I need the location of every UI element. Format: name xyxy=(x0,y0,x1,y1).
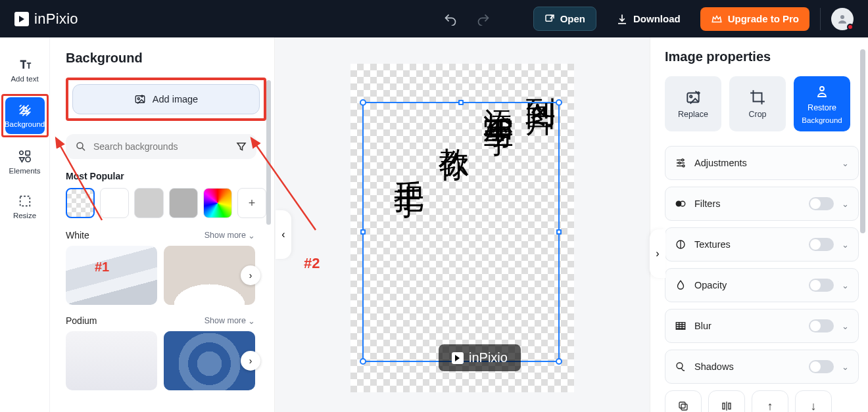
selection-handle[interactable] xyxy=(458,100,464,105)
download-icon xyxy=(616,13,628,25)
add-image-label: Add image xyxy=(153,94,198,104)
props-collapse-button[interactable]: › xyxy=(650,229,665,278)
flip-button[interactable] xyxy=(708,390,745,412)
upgrade-button[interactable]: Upgrade to Pro xyxy=(700,7,809,31)
canvas-board[interactable]: 到图片 添加手写字 教你 手把手 inPixio xyxy=(350,64,574,392)
opacity-row[interactable]: Opacity ⌄ xyxy=(665,268,859,302)
category-podium-label: Podium xyxy=(66,315,97,326)
opacity-toggle[interactable] xyxy=(809,279,834,292)
search-backgrounds[interactable] xyxy=(66,134,256,159)
svg-point-11 xyxy=(820,87,824,91)
annotation-box-add-image: Add image xyxy=(66,78,266,121)
textures-toggle[interactable] xyxy=(809,238,834,251)
shadows-row[interactable]: Shadows ⌄ xyxy=(665,350,859,384)
upgrade-label: Upgrade to Pro xyxy=(728,13,799,24)
svg-point-14 xyxy=(683,165,685,167)
rail-label: Background xyxy=(5,120,45,128)
search-input[interactable] xyxy=(93,141,229,152)
selection-handle[interactable] xyxy=(360,358,366,365)
account-avatar[interactable] xyxy=(831,8,854,30)
blur-row[interactable]: Blur ⌄ xyxy=(665,309,859,343)
open-button[interactable]: Open xyxy=(533,7,596,31)
crop-button[interactable]: Crop xyxy=(729,76,786,131)
rail-elements[interactable]: Elements xyxy=(4,141,46,182)
adjustments-row[interactable]: Adjustments ⌄ xyxy=(665,146,859,180)
selection-handle[interactable] xyxy=(556,229,562,235)
textures-row[interactable]: Textures ⌄ xyxy=(665,227,859,262)
svg-rect-5 xyxy=(20,196,30,206)
swatch-white[interactable] xyxy=(100,188,129,218)
rail-label: Resize xyxy=(13,212,36,219)
shadows-toggle[interactable] xyxy=(809,360,834,373)
restore-background-button[interactable]: Restore Background xyxy=(794,76,850,131)
copy-button[interactable] xyxy=(665,390,702,412)
show-more-white[interactable]: Show more⌄ xyxy=(205,231,255,240)
app-name: inPixio xyxy=(34,11,78,28)
restore-label-2: Background xyxy=(802,116,842,124)
selection-handle[interactable] xyxy=(556,358,562,365)
svg-point-7 xyxy=(137,98,139,100)
swatch-gray[interactable] xyxy=(169,188,198,218)
thumb-podium-next[interactable]: › xyxy=(241,351,260,371)
svg-point-13 xyxy=(679,162,681,164)
filters-row[interactable]: Filters ⌄ xyxy=(665,187,859,221)
app-logo[interactable]: inPixio xyxy=(14,11,78,28)
canvas-area[interactable]: 到图片 添加手写字 教你 手把手 inPixio xyxy=(275,37,650,412)
download-button[interactable]: Download xyxy=(606,7,691,31)
filters-label: Filters xyxy=(694,198,720,209)
play-icon xyxy=(14,12,29,26)
props-scrollbar[interactable] xyxy=(860,49,865,233)
replace-button[interactable]: Replace xyxy=(665,76,721,131)
undo-button[interactable] xyxy=(439,7,462,31)
filter-icon[interactable] xyxy=(235,141,247,152)
restore-label-1: Restore xyxy=(808,103,836,112)
open-label: Open xyxy=(560,13,585,24)
background-icon xyxy=(18,103,32,118)
selection-handle[interactable] xyxy=(360,99,366,106)
rail-resize[interactable]: Resize xyxy=(4,186,46,227)
thumb-podium-1[interactable] xyxy=(66,331,157,390)
canvas-selection[interactable] xyxy=(362,102,560,362)
thumb-white-1[interactable] xyxy=(66,246,157,305)
opacity-label: Opacity xyxy=(694,280,727,290)
blur-toggle[interactable] xyxy=(809,319,834,332)
textures-label: Textures xyxy=(694,239,731,250)
svg-rect-20 xyxy=(681,404,687,410)
filters-toggle[interactable] xyxy=(809,197,834,210)
user-icon xyxy=(836,13,848,25)
elements-icon xyxy=(18,149,32,164)
panel-collapse-button[interactable]: ‹ xyxy=(276,210,291,259)
rail-background[interactable]: Background xyxy=(5,97,45,134)
swatch-color-picker[interactable] xyxy=(203,188,232,218)
opacity-icon xyxy=(675,279,687,291)
properties-panel: › Image properties Replace Crop Restore … xyxy=(650,37,868,412)
topbar: inPixio Open Download Upgrade to Pro xyxy=(0,0,868,37)
swatch-light-gray[interactable] xyxy=(134,188,163,218)
filters-icon xyxy=(675,198,687,210)
swatch-transparent[interactable] xyxy=(66,188,95,218)
svg-point-12 xyxy=(682,159,684,161)
bring-forward-button[interactable]: ↑ xyxy=(752,390,788,412)
left-rail: Add text Background Elements Resize xyxy=(0,37,50,412)
rail-background-highlight: Background xyxy=(1,94,49,137)
replace-label: Replace xyxy=(678,110,708,119)
svg-point-8 xyxy=(77,143,83,149)
rail-add-text[interactable]: Add text xyxy=(4,49,46,90)
swatch-add[interactable]: + xyxy=(237,188,266,218)
panel-scrollbar[interactable] xyxy=(266,80,271,225)
svg-point-1 xyxy=(840,15,844,19)
watermark-text: inPixio xyxy=(469,350,508,365)
svg-point-4 xyxy=(25,156,30,161)
selection-handle[interactable] xyxy=(556,99,562,106)
download-label: Download xyxy=(633,13,681,24)
rail-label: Elements xyxy=(9,167,41,175)
panel-title: Background xyxy=(66,51,266,66)
redo-button[interactable] xyxy=(471,7,495,31)
add-image-button[interactable]: Add image xyxy=(72,84,260,114)
show-more-podium[interactable]: Show more⌄ xyxy=(205,316,255,326)
send-backward-button[interactable]: ↓ xyxy=(795,390,832,412)
selection-handle[interactable] xyxy=(360,229,366,235)
thumb-white-next[interactable]: › xyxy=(241,265,260,285)
notification-dot xyxy=(847,24,854,30)
open-icon xyxy=(544,14,555,24)
